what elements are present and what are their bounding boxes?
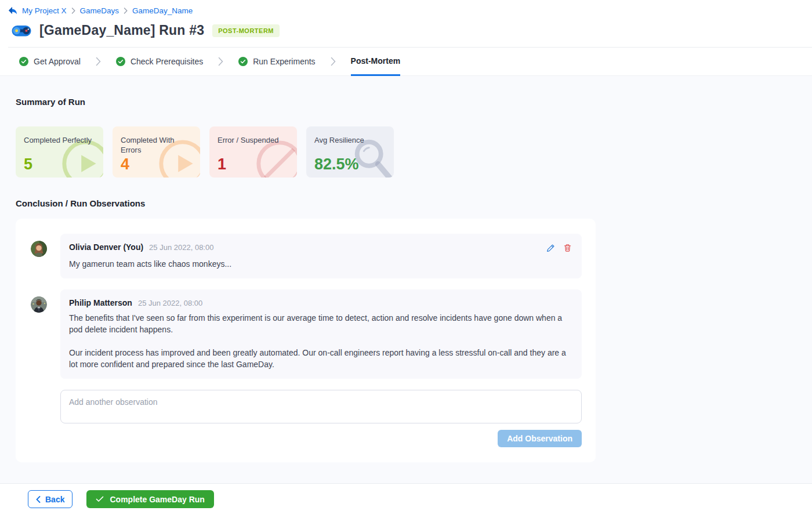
breadcrumb-item-project[interactable]: My Project X <box>22 6 67 15</box>
step-label: Get Approval <box>34 57 81 66</box>
card-avg-resilience: Avg Resilience 82.5% <box>306 126 394 178</box>
step-run-experiments[interactable]: Run Experiments <box>238 48 315 75</box>
card-label: Completed Perfectly <box>24 135 95 145</box>
observations-panel: Olivia Denver (You) 25 Jun 2022, 08:00 M… <box>16 219 596 462</box>
comment-author: Philip Matterson <box>69 298 132 307</box>
main-content: Summary of Run Completed Perfectly 5 Com… <box>0 76 812 462</box>
step-label: Run Experiments <box>253 57 315 66</box>
complete-gameday-run-button[interactable]: Complete GameDay Run <box>86 490 213 508</box>
chevron-right-icon <box>96 48 101 75</box>
card-completed-perfectly: Completed Perfectly 5 <box>16 126 103 178</box>
complete-label: Complete GameDay Run <box>110 495 204 504</box>
trash-icon[interactable] <box>562 242 573 253</box>
comment-row: Olivia Denver (You) 25 Jun 2022, 08:00 M… <box>31 234 582 278</box>
gamepad-icon <box>12 24 31 38</box>
add-observation-button[interactable]: Add Observation <box>498 430 582 447</box>
avatar <box>31 296 47 313</box>
card-value: 82.5% <box>314 155 359 173</box>
project-logo-icon <box>8 6 17 15</box>
check-circle-icon <box>19 57 28 66</box>
chevron-right-icon <box>71 8 75 14</box>
breadcrumb-item-gameday-name[interactable]: GameDay_Name <box>132 6 193 15</box>
page-header: My Project X GameDays GameDay_Name [Game… <box>0 0 812 48</box>
observation-input[interactable] <box>60 390 582 423</box>
comment-timestamp: 25 Jun 2022, 08:00 <box>138 299 202 307</box>
chevron-right-icon <box>124 8 128 14</box>
chevron-right-icon <box>331 48 336 75</box>
comment-author: Olivia Denver (You) <box>69 242 143 252</box>
step-post-mortem[interactable]: Post-Mortem <box>351 48 401 76</box>
card-label: Completed With Errors <box>121 135 192 155</box>
breadcrumb-item-gamedays[interactable]: GameDays <box>80 6 119 15</box>
back-label: Back <box>45 495 64 504</box>
comment-bubble: Philip Matterson 25 Jun 2022, 08:00 The … <box>60 289 582 379</box>
card-completed-with-errors: Completed With Errors 4 <box>113 126 200 178</box>
chevron-left-icon <box>36 496 41 503</box>
status-badge: POST-MORTERM <box>212 24 280 37</box>
comment-paragraph: Our incident process has improved and be… <box>69 347 573 370</box>
summary-cards: Completed Perfectly 5 Completed With Err… <box>16 126 796 178</box>
comment-row: Philip Matterson 25 Jun 2022, 08:00 The … <box>31 289 582 379</box>
step-get-approval[interactable]: Get Approval <box>19 48 81 75</box>
chevron-right-icon <box>218 48 223 75</box>
step-label: Check Prerequisites <box>130 57 203 66</box>
add-observation-row: Add Observation <box>31 430 582 447</box>
card-error-suspended: Error / Suspended 1 <box>209 126 297 178</box>
card-label: Avg Resilience <box>314 135 386 145</box>
run-stepper: Get Approval Check Prerequisites Run Exp… <box>0 48 812 76</box>
comment-body: My gamerun team acts like chaos monkeys.… <box>69 258 573 270</box>
card-label: Error / Suspended <box>217 135 289 145</box>
step-check-prerequisites[interactable]: Check Prerequisites <box>116 48 203 75</box>
card-value: 1 <box>217 155 226 173</box>
back-button[interactable]: Back <box>28 490 72 508</box>
comment-body: The benefits that I've seen so far from … <box>69 312 573 370</box>
summary-heading: Summary of Run <box>16 97 796 107</box>
page-title: [GameDay_Name] Run #3 <box>39 23 204 38</box>
comment-meta: Philip Matterson 25 Jun 2022, 08:00 <box>69 298 573 307</box>
comment-paragraph: My gamerun team acts like chaos monkeys.… <box>69 258 573 270</box>
comment-meta: Olivia Denver (You) 25 Jun 2022, 08:00 <box>69 242 573 253</box>
step-label: Post-Mortem <box>351 56 401 66</box>
edit-pencil-icon[interactable] <box>545 242 556 253</box>
comment-bubble: Olivia Denver (You) 25 Jun 2022, 08:00 M… <box>60 234 582 278</box>
comment-actions <box>545 242 573 253</box>
comment-paragraph: The benefits that I've seen so far from … <box>69 312 573 335</box>
check-icon <box>96 496 104 502</box>
check-circle-icon <box>238 57 248 66</box>
footer-bar: Back Complete GameDay Run <box>0 483 812 518</box>
breadcrumb: My Project X GameDays GameDay_Name <box>8 6 812 15</box>
check-circle-icon <box>116 57 125 66</box>
card-value: 5 <box>24 155 32 173</box>
card-value: 4 <box>121 155 129 173</box>
title-row: [GameDay_Name] Run #3 POST-MORTERM <box>12 23 812 47</box>
comment-timestamp: 25 Jun 2022, 08:00 <box>149 243 213 252</box>
observations-heading: Conclusion / Run Observations <box>16 198 796 208</box>
avatar <box>31 241 47 257</box>
